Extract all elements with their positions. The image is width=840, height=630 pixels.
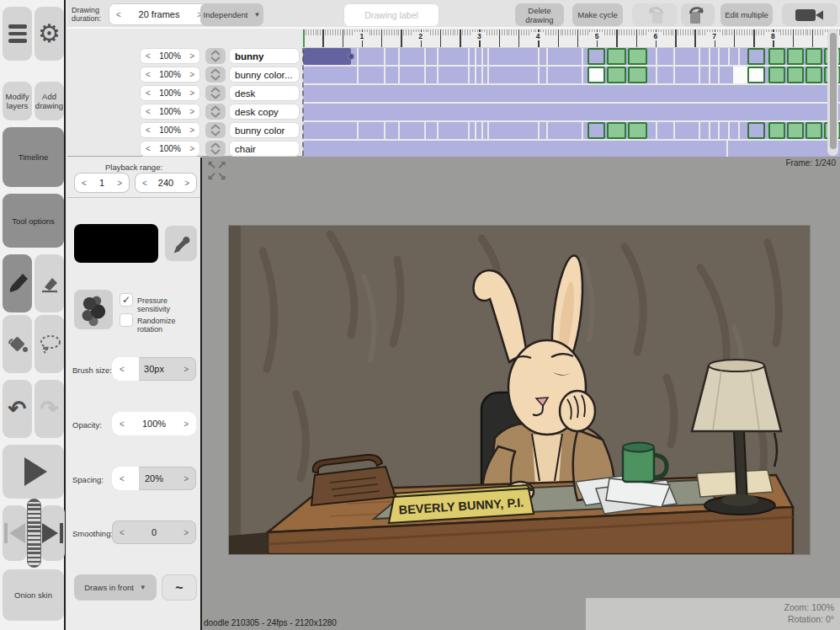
- undo-button[interactable]: ↶: [3, 380, 32, 438]
- keyframe-cell[interactable]: [628, 122, 647, 139]
- drawing-label-input[interactable]: [343, 3, 439, 27]
- keyframe-cell[interactable]: [747, 67, 765, 83]
- playhead[interactable]: [303, 29, 305, 47]
- rotation-value: Rotation: 0°: [784, 613, 834, 625]
- canvas-viewport[interactable]: ↖↗ ↙↘ Frame: 1/240: [202, 157, 840, 630]
- keyframe-cell[interactable]: [768, 67, 785, 83]
- keyframe-cell[interactable]: [587, 48, 605, 65]
- add-drawing-button[interactable]: Add drawing: [35, 82, 64, 120]
- playback-start-stepper[interactable]: <1>: [74, 173, 130, 193]
- brush-size-stepper[interactable]: <30px>: [112, 357, 196, 381]
- layer-reorder-button[interactable]: [205, 141, 226, 157]
- modify-layers-button[interactable]: Modify layers: [3, 82, 32, 120]
- keyframe-cell[interactable]: [607, 67, 626, 83]
- keyframe-cell[interactable]: [805, 67, 822, 83]
- draws-in-front-dropdown[interactable]: Draws in front ▼: [74, 574, 157, 601]
- layer-track[interactable]: [303, 67, 840, 83]
- smoothing-stepper[interactable]: <0>: [112, 521, 196, 544]
- settings-button[interactable]: ⚙: [35, 7, 64, 61]
- onion-skin-button[interactable]: Onion skin: [3, 569, 64, 621]
- layer-name[interactable]: bunny: [229, 48, 300, 64]
- keyframe-cell[interactable]: [607, 122, 626, 139]
- layer-name[interactable]: desk: [229, 85, 300, 101]
- keyframe-cell[interactable]: [747, 122, 765, 139]
- frame-scrub-wheel[interactable]: [27, 499, 41, 568]
- reorder-icon: [208, 49, 223, 63]
- keyframe-cell[interactable]: [805, 122, 822, 139]
- previous-frame-button[interactable]: [3, 505, 27, 561]
- eyedropper-button[interactable]: [165, 226, 197, 261]
- keyframe-cell[interactable]: [587, 67, 605, 83]
- layer-reorder-button[interactable]: [205, 48, 226, 64]
- keyframe-cell[interactable]: [768, 48, 785, 65]
- keyframe-cell[interactable]: [628, 48, 647, 65]
- eraser-tool-button[interactable]: [35, 254, 64, 312]
- keyframe-cell[interactable]: [805, 48, 822, 65]
- layer-opacity-stepper[interactable]: <100%>: [140, 141, 200, 157]
- layer-reorder-button[interactable]: [205, 85, 226, 101]
- rotate-ccw-button[interactable]: [632, 3, 678, 26]
- tool-options-tab-button[interactable]: Tool options: [3, 194, 64, 248]
- chevron-down-icon: ▼: [140, 584, 146, 591]
- layer-reorder-button[interactable]: [205, 104, 226, 120]
- rotate-cw-button[interactable]: [681, 3, 715, 26]
- duration-drag-handle[interactable]: [348, 53, 354, 60]
- keyframe-cell[interactable]: [607, 48, 626, 65]
- play-button[interactable]: [3, 445, 64, 499]
- layer-name[interactable]: bunny color...: [229, 67, 300, 83]
- layer-reorder-button[interactable]: [205, 122, 226, 138]
- layer-track[interactable]: [303, 141, 840, 158]
- keyframe-cell[interactable]: [628, 67, 647, 83]
- fullscreen-icon[interactable]: ↖↗ ↙↘: [207, 159, 227, 181]
- layer-track[interactable]: [303, 85, 840, 102]
- edit-multiple-button[interactable]: Edit multiple: [720, 3, 773, 26]
- layer-opacity-stepper[interactable]: <100%>: [140, 48, 200, 64]
- reorder-icon: [208, 141, 223, 156]
- layer-opacity-stepper[interactable]: <100%>: [140, 122, 200, 138]
- layer-track[interactable]: [303, 104, 840, 120]
- keyframe-cell[interactable]: [787, 122, 804, 139]
- export-video-button[interactable]: [782, 3, 837, 26]
- brush-tool-button[interactable]: [3, 254, 32, 312]
- opacity-stepper[interactable]: <100%>: [112, 412, 196, 435]
- randomize-rotation-checkbox[interactable]: [120, 313, 133, 327]
- layer-name[interactable]: chair: [229, 141, 300, 157]
- spacing-stepper[interactable]: <20%>: [112, 467, 196, 490]
- layer-name[interactable]: bunny color: [229, 122, 300, 138]
- playback-end-stepper[interactable]: <240>: [135, 173, 197, 193]
- drawing-canvas[interactable]: BEVERLY BUNNY, P.I.: [229, 226, 810, 554]
- make-cycle-button[interactable]: Make cycle: [572, 3, 623, 26]
- layer-mode-dropdown[interactable]: Independent ▼: [200, 3, 263, 26]
- pressure-sensitivity-checkbox[interactable]: ✓: [120, 293, 133, 307]
- timeline-tab-button[interactable]: Timeline: [3, 127, 64, 187]
- color-swatch[interactable]: [74, 224, 158, 263]
- timeline-ruler[interactable]: 12345678910: [303, 29, 840, 48]
- redo-button[interactable]: ↷: [35, 380, 64, 438]
- layer-track[interactable]: [303, 48, 840, 65]
- menu-button[interactable]: [3, 7, 32, 61]
- smooth-stroke-button[interactable]: ~: [162, 574, 197, 601]
- next-frame-button[interactable]: [40, 505, 65, 561]
- drawing-duration-stepper[interactable]: < 20 frames >: [109, 3, 210, 25]
- selected-drawing-block[interactable]: [303, 48, 351, 65]
- fill-tool-button[interactable]: [3, 315, 32, 373]
- layer-name[interactable]: desk copy: [229, 104, 300, 120]
- layer-row: <100%>desk copy: [138, 104, 840, 120]
- timeline-scrollbar[interactable]: [827, 29, 838, 156]
- tilde-icon: ~: [175, 580, 183, 595]
- keyframe-cell[interactable]: [787, 67, 804, 83]
- layer-opacity-stepper[interactable]: <100%>: [140, 104, 200, 120]
- layer-opacity-stepper[interactable]: <100%>: [140, 67, 200, 83]
- keyframe-cell[interactable]: [768, 122, 785, 139]
- scrollbar-thumb[interactable]: [830, 33, 837, 149]
- layer-reorder-button[interactable]: [205, 67, 226, 83]
- keyframe-cell[interactable]: [587, 122, 605, 139]
- keyframe-cell[interactable]: [787, 48, 804, 65]
- brush-texture-preview[interactable]: [74, 290, 113, 329]
- keyframe-cell[interactable]: [747, 48, 765, 65]
- layer-track[interactable]: [303, 122, 840, 139]
- delete-drawing-button[interactable]: Delete drawing: [515, 3, 564, 26]
- lasso-tool-button[interactable]: [35, 315, 64, 373]
- layer-opacity-stepper[interactable]: <100%>: [140, 85, 200, 101]
- paint-bucket-icon: [5, 332, 30, 357]
